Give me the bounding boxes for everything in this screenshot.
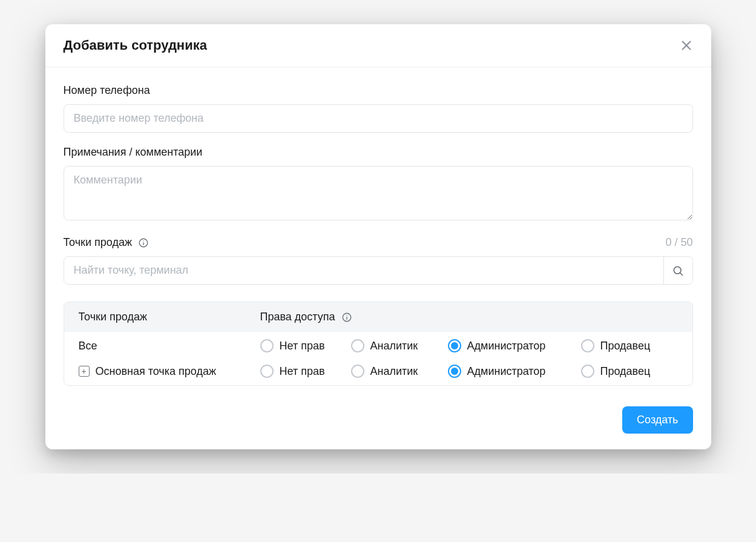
modal-header: Добавить сотрудника [45, 24, 711, 67]
row-roles-cell: Нет правАналитикАдминистраторПродавец [260, 365, 678, 378]
search-button[interactable] [663, 257, 692, 284]
phone-input[interactable] [64, 104, 693, 133]
info-icon[interactable] [341, 312, 352, 323]
info-icon[interactable] [138, 237, 149, 248]
comments-field: Примечания / комментарии [64, 146, 693, 223]
role-label: Администратор [467, 365, 546, 378]
phone-field: Номер телефона [64, 84, 693, 133]
create-button[interactable]: Создать [622, 406, 692, 434]
radio-icon [351, 365, 364, 378]
table-header-access-label: Права доступа [260, 311, 335, 323]
comments-counter: 0 / 50 [665, 236, 692, 249]
role-label: Нет прав [280, 340, 325, 352]
radio-icon [260, 339, 274, 352]
role-radio[interactable]: Аналитик [351, 365, 448, 378]
row-name-label: Все [79, 340, 97, 352]
role-label: Аналитик [370, 340, 418, 352]
table-row: +Основная точка продажНет правАналитикАд… [64, 360, 692, 385]
comments-label: Примечания / комментарии [64, 146, 693, 159]
comments-textarea[interactable] [64, 166, 693, 220]
radio-icon [351, 339, 364, 352]
table-header-salespoints: Точки продаж [79, 311, 260, 323]
modal-body: Номер телефона Примечания / комментарии … [45, 67, 711, 449]
role-label: Нет прав [280, 365, 325, 378]
phone-label: Номер телефона [64, 84, 693, 97]
radio-icon [581, 365, 594, 378]
radio-icon [448, 339, 461, 352]
row-roles-cell: Нет правАналитикАдминистраторПродавец [260, 339, 678, 352]
role-radio[interactable]: Аналитик [351, 339, 448, 352]
role-radio[interactable]: Нет прав [260, 365, 351, 378]
radio-icon [260, 365, 274, 378]
salespoints-field: Точки продаж 0 / 50 [64, 236, 693, 285]
role-radio[interactable]: Администратор [448, 339, 581, 352]
table-header: Точки продаж Права доступа [64, 302, 692, 332]
role-radio[interactable]: Продавец [581, 339, 678, 352]
role-radio[interactable]: Администратор [448, 365, 581, 378]
svg-point-4 [143, 240, 143, 240]
modal-title: Добавить сотрудника [64, 38, 207, 53]
table-row: ВсеНет правАналитикАдминистраторПродавец [64, 332, 692, 360]
row-name-cell: Все [79, 340, 260, 352]
add-employee-modal: Добавить сотрудника Номер телефона Приме… [45, 24, 711, 449]
expand-icon[interactable]: + [79, 366, 90, 377]
search-icon [672, 265, 684, 277]
salespoints-search [64, 256, 693, 285]
close-icon[interactable] [680, 39, 693, 52]
table-body: ВсеНет правАналитикАдминистраторПродавец… [64, 332, 692, 385]
role-label: Администратор [467, 340, 546, 352]
role-label: Продавец [600, 340, 651, 352]
role-radio[interactable]: Нет прав [260, 339, 351, 352]
svg-line-6 [680, 273, 683, 275]
svg-point-9 [346, 314, 347, 315]
roles-table: Точки продаж Права доступа ВсеНет правАн… [64, 302, 693, 386]
role-label: Продавец [600, 365, 651, 378]
row-name-label: Основная точка продаж [96, 365, 216, 378]
modal-footer: Создать [64, 406, 693, 434]
table-header-access: Права доступа [260, 311, 678, 323]
row-name-cell: +Основная точка продаж [79, 365, 260, 378]
radio-icon [448, 365, 461, 378]
radio-icon [581, 339, 594, 352]
salespoints-label: Точки продаж [64, 236, 132, 249]
role-label: Аналитик [370, 365, 418, 378]
salespoints-search-input[interactable] [64, 257, 663, 284]
role-radio[interactable]: Продавец [581, 365, 678, 378]
